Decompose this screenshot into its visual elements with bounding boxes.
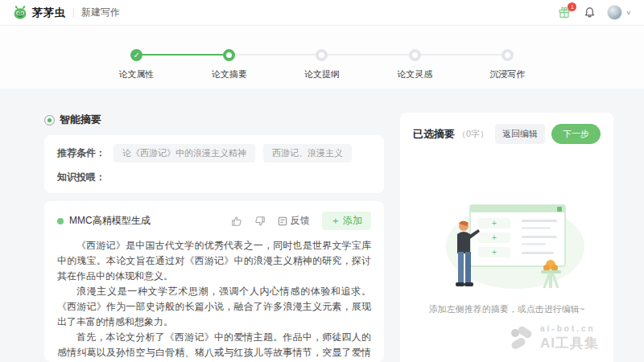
section-title: 智能摘要 — [60, 113, 101, 127]
criteria-tag[interactable]: 论《西游记》中的浪漫主义精神 — [114, 144, 255, 162]
thumb-down-icon — [254, 216, 266, 227]
step-paper-outline[interactable]: 论文提纲 — [275, 48, 368, 80]
step-todo-icon — [502, 49, 514, 61]
model-source-label: MMC高精模型生成 — [69, 214, 151, 228]
step-label: 论文摘要 — [212, 68, 247, 80]
result-header: MMC高精模型生成 — [57, 212, 371, 230]
feedback-button[interactable]: 反馈 — [278, 214, 310, 228]
user-menu[interactable]: ∨ — [607, 5, 631, 20]
step-label: 沉浸写作 — [489, 68, 525, 80]
top-bar: 茅茅虫 新建写作 1 ∨ — [0, 0, 644, 26]
step-todo-icon — [409, 49, 421, 61]
next-step-button[interactable]: 下一步 — [551, 124, 601, 144]
step-immersive-writing[interactable]: 沉浸写作 — [461, 48, 554, 80]
gift-button[interactable]: 1 — [558, 6, 572, 20]
brand[interactable]: 茅茅虫 — [13, 6, 66, 20]
empty-state-illustration: + + + — [413, 197, 601, 292]
step-paper-abstract[interactable]: 论文摘要 — [183, 48, 275, 80]
abstract-text[interactable]: 《西游记》是中国古代文学的优秀代表之一，同时也是世界文学宝库中的瑰宝。本论文旨在… — [57, 238, 371, 362]
svg-text:+: + — [492, 233, 497, 242]
stepper-zone: ✓ 论文属性 论文摘要 论文提纲 论文灵感 沉浸写作 — [0, 26, 644, 88]
criteria-card: 推荐条件： 论《西游记》中的浪漫主义精神 西游记、浪漫主义 知识投喂： — [44, 135, 384, 193]
svg-text:+: + — [492, 248, 497, 257]
step-current-icon — [223, 49, 235, 61]
word-count: （0字） — [457, 128, 489, 140]
step-label: 论文灵感 — [397, 68, 432, 80]
brand-name: 茅茅虫 — [32, 6, 66, 20]
criteria-tag[interactable]: 西游记、浪漫主义 — [263, 144, 352, 162]
watermark-name: AI工具集 — [540, 334, 599, 352]
progress-stepper: ✓ 论文属性 论文摘要 论文提纲 论文灵感 沉浸写作 — [90, 48, 554, 80]
criteria-label: 推荐条件： — [57, 146, 105, 160]
back-to-edit-button[interactable]: 返回编辑 — [495, 124, 545, 144]
bug-logo-icon — [13, 6, 27, 20]
step-paper-attributes[interactable]: ✓ 论文属性 — [90, 48, 183, 80]
watermark-url: ai-bot.cn — [540, 324, 599, 333]
watermark-logo-icon — [510, 327, 534, 351]
avatar — [607, 5, 622, 20]
watermark: ai-bot.cn AI工具集 — [510, 324, 599, 352]
page-title: 新建写作 — [81, 6, 120, 19]
step-label: 论文属性 — [119, 68, 155, 80]
generated-abstract-card: MMC高精模型生成 — [44, 201, 384, 362]
panel-header: 已选摘要 （0字） 返回编辑 下一步 — [413, 124, 601, 144]
chevron-down-icon: ∨ — [625, 10, 631, 16]
smart-abstract-section: 智能摘要 推荐条件： 论《西游记》中的浪漫主义精神 西游记、浪漫主义 知识投喂：… — [44, 113, 384, 362]
step-label: 论文提纲 — [304, 68, 340, 80]
app-window: 茅茅虫 新建写作 1 ∨ — [0, 0, 644, 362]
svg-text:+: + — [492, 219, 497, 228]
header-divider — [73, 8, 74, 18]
step-done-icon: ✓ — [130, 49, 142, 61]
empty-state-hint: 添加左侧推荐的摘要，或点击进行编辑~ — [413, 303, 601, 315]
model-status-dot — [57, 218, 64, 224]
add-button[interactable]: ＋ 添加 — [322, 212, 371, 230]
feedback-label: 反馈 — [291, 214, 310, 228]
knowledge-label: 知识投喂： — [57, 171, 105, 184]
thumb-up-icon — [231, 216, 242, 227]
gift-badge: 1 — [568, 2, 576, 11]
abstract-paragraph: 首先，本论文分析了《西游记》中的爱情主题。作品中，师徒四人的感情纠葛以及孙悟空与… — [57, 330, 371, 362]
thumb-up-button[interactable] — [231, 216, 242, 227]
abstract-paragraph: 浪漫主义是一种文学艺术思潮，强调个人内心情感的体验和追求。《西游记》作为一部史诗… — [57, 284, 371, 330]
feedback-icon — [278, 216, 287, 226]
step-paper-inspiration[interactable]: 论文灵感 — [369, 48, 461, 80]
step-todo-icon — [316, 49, 328, 61]
thumb-down-button[interactable] — [254, 216, 266, 227]
main-content: 智能摘要 推荐条件： 论《西游记》中的浪漫主义精神 西游记、浪漫主义 知识投喂：… — [0, 88, 644, 362]
panel-title: 已选摘要 — [413, 127, 455, 142]
section-title-row: 智能摘要 — [44, 113, 384, 127]
abstract-paragraph: 《西游记》是中国古代文学的优秀代表之一，同时也是世界文学宝库中的瑰宝。本论文旨在… — [57, 238, 371, 284]
bell-icon[interactable] — [584, 6, 596, 19]
smart-abstract-icon — [44, 115, 55, 125]
